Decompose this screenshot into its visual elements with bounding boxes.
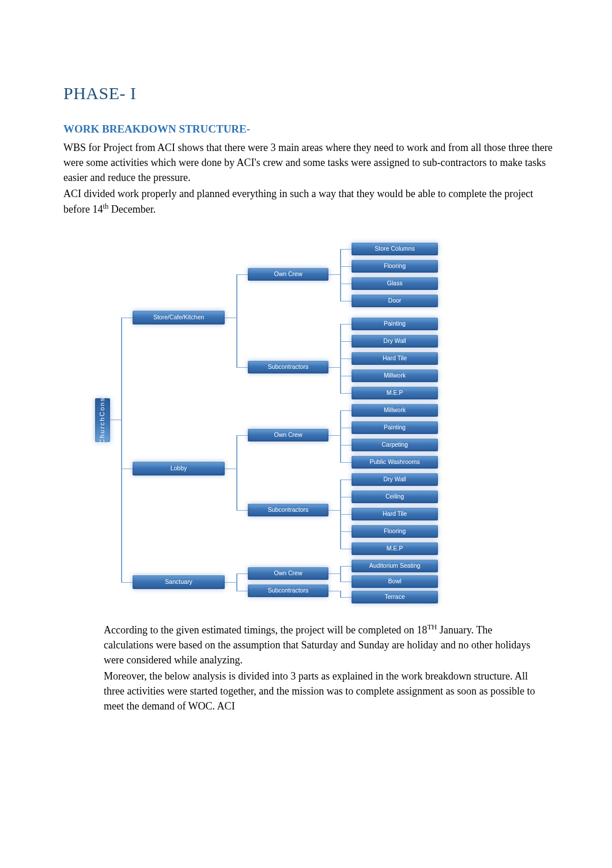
conn [121,318,133,319]
conn [340,341,352,342]
conn [225,469,236,470]
conn [340,284,352,285]
conn [225,318,236,319]
conn [340,249,341,301]
leaf-millwork-1: Millwork [352,369,438,382]
conn [225,582,236,583]
node-store: Store/Cafe/Kitchen [133,311,225,324]
leaf-painting-1: Painting [352,318,438,330]
conn [340,445,352,446]
conn [110,420,121,421]
conn [340,393,352,394]
conn [236,274,237,367]
node-store-subcontractors: Subcontractors [248,361,328,373]
conn [340,376,352,377]
leaf-mep-1: M.E.P [352,387,438,399]
leaf-bowl: Bowl [352,575,438,588]
intro-text: WBS for Project from ACI shows that ther… [63,140,554,217]
conn [328,573,340,575]
node-lobby-own-crew: Own Crew [248,429,328,441]
conn [328,435,340,436]
leaf-store-columns: Store Columns [352,243,438,255]
conn [236,573,237,591]
section-subtitle: WORK BREAKDOWN STRUCTURE- [63,121,554,137]
conn [340,480,352,481]
conn [328,274,340,276]
after-p1a: According to the given estimated timings… [104,624,427,636]
leaf-auditorium-seating: Auditorium Seating [352,560,438,572]
leaf-door: Door [352,295,438,307]
conn [328,591,340,592]
conn [236,573,248,575]
leaf-ceiling: Ceiling [352,490,438,503]
conn [340,591,341,597]
conn [121,318,122,582]
leaf-public-washrooms: Public Washrooms [352,456,438,469]
conn [340,428,352,429]
conn [340,324,352,325]
leaf-dry-wall-2: Dry Wall [352,473,438,486]
after-p2: Moreover, the below analysis is divided … [104,669,537,714]
after-text: According to the given estimated timings… [104,622,537,714]
conn [236,367,248,368]
conn [340,566,352,567]
node-lobby-subcontractors: Subcontractors [248,504,328,516]
conn [340,514,352,515]
leaf-dry-wall-1: Dry Wall [352,335,438,348]
conn [340,358,352,360]
intro-p2: ACI divided work properly and planned ev… [63,186,554,217]
conn [328,510,340,511]
leaf-hard-tile-1: Hard Tile [352,352,438,365]
node-sanctuary-subcontractors: Subcontractors [248,584,328,597]
node-sanctuary: Sanctuary [133,575,225,589]
leaf-terrace: Terrace [352,591,438,603]
conn [340,249,352,250]
leaf-glass: Glass [352,277,438,290]
conn [121,582,133,583]
intro-p2-sup: th [103,202,108,210]
leaf-carpeting: Carpeting [352,439,438,451]
conn [340,549,352,550]
conn [236,435,237,510]
node-sanctuary-own-crew: Own Crew [248,567,328,580]
leaf-flooring-1: Flooring [352,260,438,273]
after-p1-sup: TH [427,623,437,631]
conn [340,566,341,582]
conn [340,266,352,267]
intro-p2b: December. [108,203,156,215]
intro-p1: WBS for Project from ACI shows that ther… [63,140,554,185]
leaf-flooring-2: Flooring [352,525,438,538]
node-root: ChurchCons [95,398,110,442]
leaf-millwork-2: Millwork [352,404,438,417]
conn [340,410,341,462]
conn [340,301,352,302]
conn [236,510,248,511]
wbs-diagram: ChurchCons Store/Cafe/Kitchen Lobby Sanc… [63,231,501,606]
conn [340,531,352,533]
conn [328,367,340,368]
conn [340,410,352,412]
conn [340,597,352,598]
leaf-hard-tile-2: Hard Tile [352,508,438,520]
conn [340,582,352,583]
conn [340,462,352,463]
conn [236,591,248,592]
node-lobby: Lobby [133,462,225,475]
leaf-painting-2: Painting [352,421,438,434]
leaf-mep-2: M.E.P [352,542,438,555]
conn [340,497,352,498]
page-title: PHASE- I [63,81,554,106]
conn [121,469,133,470]
after-p1: According to the given estimated timings… [104,622,537,667]
node-store-own-crew: Own Crew [248,268,328,281]
conn [236,435,248,436]
conn [236,274,248,276]
